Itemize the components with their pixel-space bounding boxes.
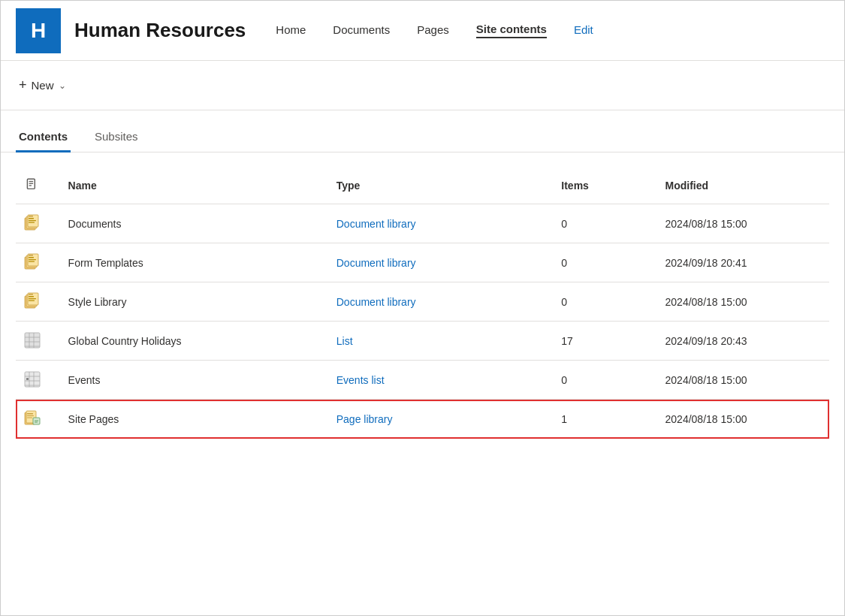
svg-rect-37 [26, 378, 29, 380]
nav-site-contents[interactable]: Site contents [476, 23, 547, 38]
row-icon-cell [16, 322, 59, 361]
doc-lib-icon [22, 291, 43, 312]
doc-lib-icon [22, 252, 43, 273]
svg-rect-16 [29, 261, 35, 261]
col-header-name: Name [59, 168, 327, 204]
row-type[interactable]: Document library [327, 282, 553, 322]
toolbar: + New ⌄ [1, 61, 844, 110]
svg-rect-8 [29, 220, 36, 221]
site-title: Human Resources [74, 19, 246, 42]
row-icon-cell [16, 400, 59, 439]
nav-edit[interactable]: Edit [574, 23, 593, 38]
nav-pages[interactable]: Pages [417, 23, 449, 38]
row-items: 0 [552, 204, 656, 243]
col-header-items: Items [552, 168, 656, 204]
svg-rect-14 [29, 257, 34, 258]
row-items: 17 [552, 322, 656, 361]
row-items: 0 [552, 243, 656, 282]
logo-letter: H [31, 19, 46, 43]
tabs: Contents Subsites [1, 122, 844, 152]
table-header-row: Name Type Items Modified [16, 168, 829, 204]
row-name[interactable]: Form Templates [59, 243, 327, 282]
list-icon [22, 330, 43, 351]
row-modified: 2024/09/18 20:41 [656, 243, 829, 282]
svg-rect-40 [27, 413, 33, 415]
table-row[interactable]: Global Country Holidays List 17 2024/09/… [16, 322, 829, 361]
row-type[interactable]: Events list [327, 361, 553, 400]
row-name[interactable]: Style Library [59, 282, 327, 322]
row-type[interactable]: Document library [327, 243, 553, 282]
col-header-icon [16, 168, 59, 204]
svg-rect-9 [29, 222, 35, 222]
row-modified: 2024/09/18 20:43 [656, 322, 829, 361]
nav-home[interactable]: Home [276, 23, 306, 38]
row-icon-cell [16, 282, 59, 322]
page-lib-icon [22, 408, 43, 429]
row-items: 1 [552, 400, 656, 439]
doc-lib-icon [22, 213, 43, 234]
chevron-down-icon: ⌄ [59, 80, 66, 91]
new-button[interactable]: + New ⌄ [16, 73, 69, 98]
row-items: 0 [552, 361, 656, 400]
svg-rect-23 [29, 300, 35, 300]
row-icon-cell [16, 204, 59, 243]
col-header-modified: Modified [656, 168, 829, 204]
svg-rect-10 [29, 216, 33, 217]
events-icon [22, 369, 43, 390]
table-row[interactable]: Events Events list 0 2024/08/18 15:00 [16, 361, 829, 400]
table-row[interactable]: Site Pages Page library 1 2024/08/18 15:… [16, 400, 829, 439]
row-type[interactable]: Document library [327, 204, 553, 243]
table-container: Name Type Items Modified Documents [1, 152, 844, 454]
header-icon [22, 175, 43, 196]
svg-rect-21 [29, 296, 34, 297]
row-modified: 2024/08/18 15:00 [656, 400, 829, 439]
svg-rect-24 [29, 294, 33, 295]
plus-icon: + [19, 77, 27, 93]
row-type[interactable]: Page library [327, 400, 553, 439]
contents-table: Name Type Items Modified Documents [16, 168, 829, 439]
row-icon-cell [16, 361, 59, 400]
page-wrapper: H Human Resources Home Documents Pages S… [0, 0, 845, 616]
table-row[interactable]: Style Library Document library 0 2024/08… [16, 282, 829, 322]
row-modified: 2024/08/18 15:00 [656, 204, 829, 243]
table-row[interactable]: Form Templates Document library 0 2024/0… [16, 243, 829, 282]
row-modified: 2024/08/18 15:00 [656, 282, 829, 322]
svg-rect-25 [25, 333, 40, 348]
new-button-label: New [32, 79, 54, 92]
row-items: 0 [552, 282, 656, 322]
row-modified: 2024/08/18 15:00 [656, 361, 829, 400]
row-name[interactable]: Events [59, 361, 327, 400]
main-nav: Home Documents Pages Site contents Edit [276, 23, 829, 38]
row-icon-cell [16, 243, 59, 282]
table-row[interactable]: Documents Document library 0 2024/08/18 … [16, 204, 829, 243]
tab-subsites[interactable]: Subsites [92, 122, 141, 152]
col-header-type: Type [327, 168, 553, 204]
tab-contents[interactable]: Contents [16, 122, 71, 152]
row-name[interactable]: Global Country Holidays [59, 322, 327, 361]
svg-rect-42 [27, 417, 32, 418]
row-name[interactable]: Site Pages [59, 400, 327, 439]
row-type[interactable]: List [327, 322, 553, 361]
svg-rect-17 [29, 255, 33, 256]
header: H Human Resources Home Documents Pages S… [1, 1, 844, 61]
nav-documents[interactable]: Documents [333, 23, 390, 38]
row-name[interactable]: Documents [59, 204, 327, 243]
svg-rect-41 [27, 415, 34, 416]
site-logo: H [16, 8, 61, 53]
svg-rect-15 [29, 259, 36, 260]
svg-rect-43 [33, 418, 40, 424]
svg-rect-22 [29, 298, 36, 299]
svg-rect-7 [29, 218, 34, 219]
